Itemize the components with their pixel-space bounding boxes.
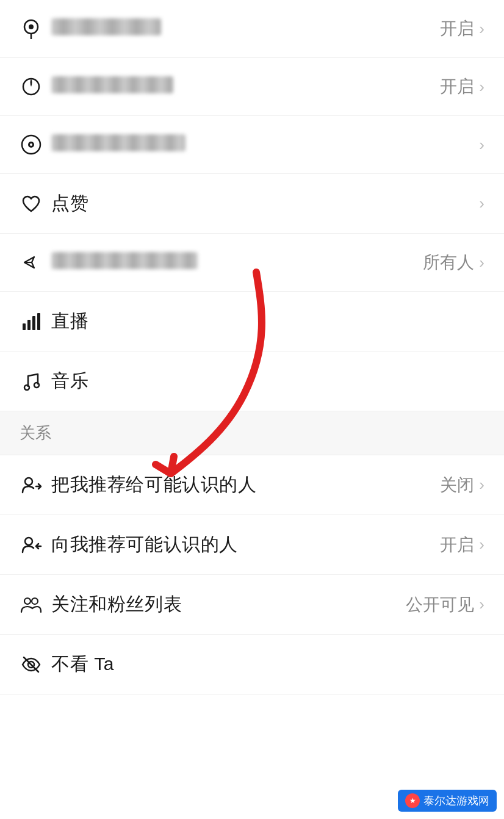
watermark-text: 泰尔达游戏网 bbox=[423, 793, 489, 808]
icon-area-music bbox=[20, 370, 51, 393]
section-header-relations: 关系 bbox=[0, 411, 504, 455]
bars-icon bbox=[20, 310, 43, 333]
chevron-live-in: › bbox=[479, 78, 484, 96]
svg-point-1 bbox=[29, 24, 34, 29]
settings-item-likes[interactable]: 点赞 › bbox=[0, 174, 504, 234]
eye-icon bbox=[20, 133, 43, 156]
icon-area-not-see bbox=[20, 653, 51, 676]
watermark-logo: ★ bbox=[405, 793, 420, 808]
icon-area-watch-history bbox=[20, 133, 51, 156]
svg-point-17 bbox=[32, 598, 38, 604]
settings-item-live[interactable]: 直播 bbox=[0, 292, 504, 352]
settings-item-location[interactable]: 开启 › bbox=[0, 0, 504, 58]
icon-area-likes bbox=[20, 192, 51, 215]
chevron-share: › bbox=[479, 253, 484, 272]
item-label-follow-fans: 关注和粉丝列表 bbox=[51, 592, 406, 617]
people-in-icon bbox=[20, 533, 43, 557]
item-label-live-in bbox=[51, 76, 440, 98]
chevron-follow-fans: › bbox=[479, 595, 484, 614]
chevron-likes: › bbox=[479, 194, 484, 213]
item-label-recommend-others: 向我推荐可能认识的人 bbox=[51, 532, 440, 557]
chevron-recommend-others: › bbox=[479, 535, 484, 554]
svg-rect-11 bbox=[37, 313, 40, 330]
section-header-label: 关系 bbox=[20, 422, 51, 444]
svg-point-16 bbox=[24, 598, 31, 604]
item-label-music: 音乐 bbox=[51, 369, 484, 394]
svg-point-15 bbox=[25, 538, 32, 545]
item-value-live-in: 开启 › bbox=[440, 75, 484, 98]
icon-area-live bbox=[20, 310, 51, 333]
heart-icon bbox=[20, 192, 43, 215]
eye-off-icon bbox=[20, 653, 43, 676]
settings-item-watch-history[interactable]: › bbox=[0, 116, 504, 174]
svg-point-12 bbox=[24, 385, 29, 390]
settings-item-recommend-others[interactable]: 向我推荐可能认识的人 开启 › bbox=[0, 515, 504, 575]
svg-rect-9 bbox=[27, 320, 31, 330]
icon-area-share bbox=[20, 251, 51, 274]
item-label-not-see: 不看 Ta bbox=[51, 652, 484, 677]
icon-area-recommend-others bbox=[20, 533, 51, 557]
item-value-location: 开启 › bbox=[440, 17, 484, 40]
svg-point-13 bbox=[34, 383, 39, 388]
item-value-recommend-others: 开启 › bbox=[440, 533, 484, 557]
settings-item-recommend-me[interactable]: 把我推荐给可能认识的人 关闭 › bbox=[0, 455, 504, 515]
chevron-recommend-me: › bbox=[479, 475, 484, 494]
item-label-share bbox=[51, 252, 423, 273]
svg-rect-8 bbox=[23, 323, 26, 330]
settings-item-share[interactable]: 所有人 › bbox=[0, 234, 504, 292]
svg-rect-10 bbox=[32, 316, 35, 330]
location-icon bbox=[20, 17, 43, 40]
people-group-icon bbox=[20, 593, 43, 616]
settings-item-follow-fans[interactable]: 关注和粉丝列表 公开可见 › bbox=[0, 575, 504, 635]
circle-dot-icon bbox=[20, 75, 43, 98]
icon-area-live-in bbox=[20, 75, 51, 98]
item-value-recommend-me: 关闭 › bbox=[440, 474, 484, 497]
item-value-share: 所有人 › bbox=[423, 251, 484, 274]
settings-item-music[interactable]: 音乐 bbox=[0, 352, 504, 411]
settings-item-live-in[interactable]: 开启 › bbox=[0, 58, 504, 116]
icon-area-location bbox=[20, 17, 51, 40]
item-value-watch-history: › bbox=[477, 135, 484, 154]
icon-area-recommend-me bbox=[20, 474, 51, 497]
settings-item-not-see[interactable]: 不看 Ta bbox=[0, 635, 504, 695]
item-label-location bbox=[51, 18, 440, 40]
item-label-likes: 点赞 bbox=[51, 191, 477, 216]
item-label-recommend-me: 把我推荐给可能认识的人 bbox=[51, 472, 440, 497]
music-icon bbox=[20, 370, 43, 393]
chevron-watch-history: › bbox=[479, 135, 484, 154]
people-out-icon bbox=[20, 474, 43, 497]
svg-point-6 bbox=[30, 143, 32, 146]
chevron-location: › bbox=[479, 20, 484, 38]
watermark: ★ 泰尔达游戏网 bbox=[398, 790, 497, 812]
item-label-watch-history bbox=[51, 134, 477, 156]
item-value-likes: › bbox=[477, 194, 484, 213]
settings-list: 开启 › 开启 › bbox=[0, 0, 504, 695]
svg-point-14 bbox=[25, 478, 32, 485]
icon-area-follow-fans bbox=[20, 593, 51, 616]
item-label-live: 直播 bbox=[51, 309, 484, 334]
item-value-follow-fans: 公开可见 › bbox=[406, 593, 484, 616]
share-icon bbox=[20, 251, 43, 274]
